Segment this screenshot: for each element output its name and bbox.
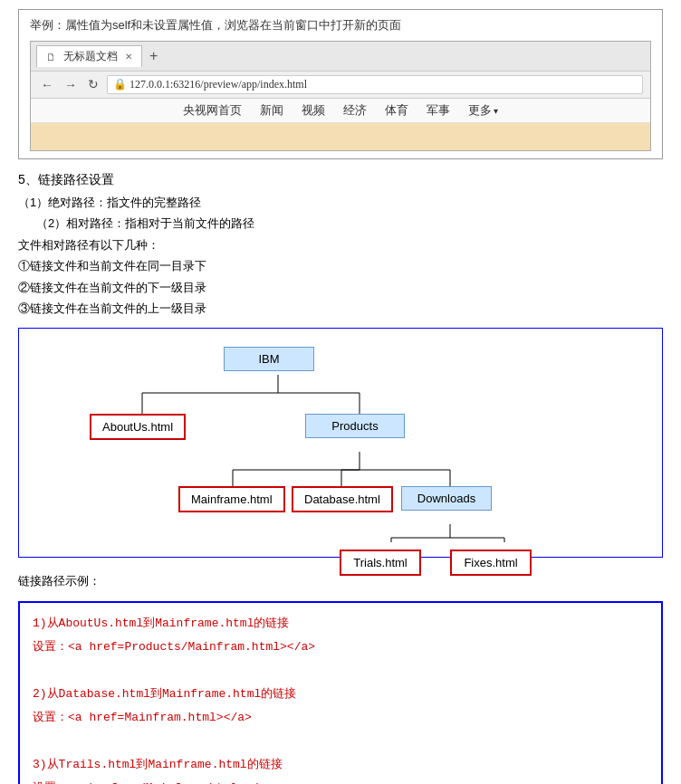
section5-line3: 文件相对路径有以下几种： [18,234,663,255]
nav-视频[interactable]: 视频 [302,102,325,119]
section5-line4: ①链接文件和当前文件在同一目录下 [18,255,663,276]
node-trials: Trials.html [340,550,421,576]
node-fixes: Fixes.html [450,550,532,576]
example-title: 举例：属性值为self和未设置属性值，浏览器在当前窗口中打开新的页面 [30,17,651,33]
section5: 5、链接路径设置 （1）绝对路径：指文件的完整路径 （2）相对路径：指相对于当前… [18,172,663,319]
nav-新闻[interactable]: 新闻 [260,102,283,119]
address-bar[interactable]: 🔒 127.0.0.1:63216/preview/app/index.html [107,75,643,94]
example-box: 举例：属性值为self和未设置属性值，浏览器在当前窗口中打开新的页面 🗋 无标题… [18,9,663,159]
browser-mock: 🗋 无标题文档 ✕ + ← → ↻ 🔒 127.0.0.1:63216/prev… [30,41,651,151]
refresh-button[interactable]: ↻ [85,77,101,92]
nav-央视网首页[interactable]: 央视网首页 [183,102,242,119]
nav-军事[interactable]: 军事 [427,102,450,119]
node-products: Products [305,414,405,438]
code-line-2b: 设置：<a href=Mainfram.html></a> [33,706,648,730]
back-button[interactable]: ← [38,78,56,92]
browser-toolbar: 央视网首页 新闻 视频 经济 体育 军事 更多 [31,99,650,123]
document-icon: 🗋 [46,52,56,62]
code-line-1b: 设置：<a href=Products/Mainfram.html></a> [33,636,648,659]
browser-tab: 🗋 无标题文档 ✕ [36,45,142,67]
code-line-3b: 设置：<a href=../Mainfram.html></a> [33,777,648,784]
node-downloads: Downloads [401,486,492,511]
nav-经济[interactable]: 经济 [343,102,367,119]
tree-diagram-box: IBM AboutUs.html Products Mainframe.html… [18,328,663,558]
tree-container: IBM AboutUs.html Products Mainframe.html… [34,343,647,542]
nav-更多[interactable]: 更多 [468,102,499,119]
secure-icon: 🔒 [113,78,129,91]
browser-content [31,123,650,150]
section5-title: 5、链接路径设置 [18,172,663,188]
node-IBM: IBM [224,347,314,371]
code-line-3a: 3)从Trails.html到Mainframe.html的链接 [33,753,648,777]
section5-line6: ③链接文件在当前文件的上一级目录 [18,298,663,319]
code-line-1a: 1)从AboutUs.html到Mainframe.html的链接 [33,612,648,636]
section5-line1: （1）绝对路径：指文件的完整路径 [18,192,663,213]
code-line-2a: 2)从Database.html到Mainframe.html的链接 [33,683,648,706]
browser-nav: ← → ↻ 🔒 127.0.0.1:63216/preview/app/inde… [31,72,650,99]
node-aboutus: AboutUs.html [90,414,186,440]
tab-close-icon[interactable]: ✕ [125,52,132,62]
forward-button[interactable]: → [62,78,80,92]
code-example-box: 1)从AboutUs.html到Mainframe.html的链接 设置：<a … [18,601,663,784]
tree-lines [34,343,647,542]
nav-体育[interactable]: 体育 [385,102,408,119]
node-database: Database.html [292,486,393,512]
browser-tabs: 🗋 无标题文档 ✕ + [31,42,650,72]
tab-label: 无标题文档 [63,49,118,64]
node-mainframe: Mainframe.html [178,486,285,512]
new-tab-button[interactable]: + [146,48,161,64]
section5-line5: ②链接文件在当前文件的下一级目录 [18,277,663,298]
section5-line2: （2）相对路径：指相对于当前文件的路径 [36,213,663,234]
